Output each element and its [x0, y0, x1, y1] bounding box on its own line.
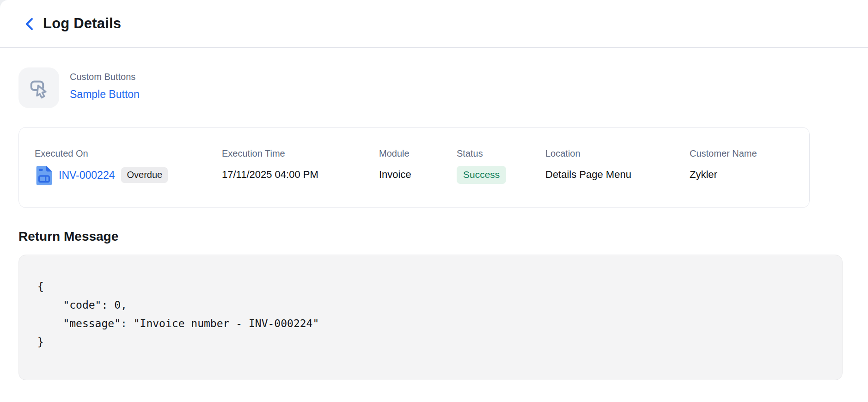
customer-name-value: Zykler	[690, 165, 800, 184]
page-title: Log Details	[43, 15, 121, 32]
field-executed-on: Executed On INV-000224 Overdue	[35, 148, 222, 185]
module-value: Invoice	[379, 165, 457, 184]
overdue-badge: Overdue	[121, 167, 168, 183]
customer-name-label: Customer Name	[690, 148, 800, 159]
field-status: Status Success	[457, 148, 545, 184]
page-header: Log Details	[0, 0, 868, 48]
location-value: Details Page Menu	[545, 165, 690, 184]
custom-buttons-section: Custom Buttons Sample Button	[18, 67, 868, 108]
success-status-badge: Success	[457, 166, 506, 184]
executed-on-label: Executed On	[35, 148, 222, 159]
field-module: Module Invoice	[379, 148, 457, 184]
invoice-number-link[interactable]: INV-000224	[59, 169, 115, 182]
return-message-heading: Return Message	[18, 229, 868, 244]
return-message-code: { "code": 0, "message": "Invoice number …	[37, 277, 824, 351]
module-label: Module	[379, 148, 457, 159]
custom-buttons-texts: Custom Buttons Sample Button	[70, 67, 140, 101]
back-button[interactable]	[22, 16, 37, 32]
chevron-left-icon	[24, 17, 36, 31]
sample-button-link[interactable]: Sample Button	[70, 88, 140, 101]
status-value: Success	[457, 165, 545, 184]
custom-buttons-label: Custom Buttons	[70, 72, 140, 82]
custom-button-pointer-icon	[26, 75, 51, 100]
execution-time-label: Execution Time	[222, 148, 379, 159]
invoice-document-icon	[35, 165, 53, 185]
log-summary-card: Executed On INV-000224 Overdue Execution…	[18, 127, 810, 208]
execution-time-value: 17/11/2025 04:00 PM	[222, 165, 379, 184]
return-message-block: { "code": 0, "message": "Invoice number …	[18, 255, 843, 380]
location-label: Location	[545, 148, 690, 159]
executed-on-value: INV-000224 Overdue	[35, 165, 222, 185]
status-label: Status	[457, 148, 545, 159]
custom-button-icon-box	[18, 67, 59, 108]
field-customer-name: Customer Name Zykler	[690, 148, 800, 184]
log-details-panel: Log Details Custom Buttons Sample Button…	[0, 0, 868, 402]
field-location: Location Details Page Menu	[545, 148, 690, 184]
field-execution-time: Execution Time 17/11/2025 04:00 PM	[222, 148, 379, 184]
